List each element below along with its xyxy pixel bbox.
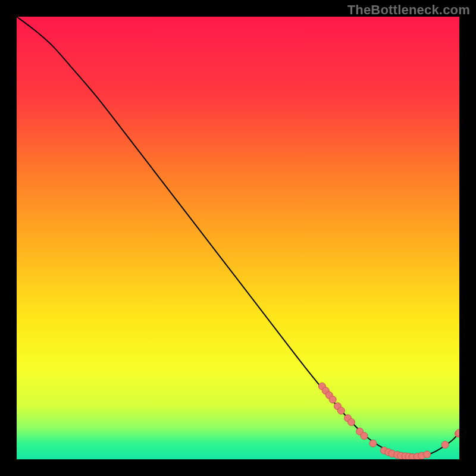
gradient-background bbox=[17, 17, 459, 459]
data-point bbox=[337, 407, 345, 414]
data-point bbox=[369, 440, 377, 447]
plot-area bbox=[17, 17, 459, 459]
data-point bbox=[361, 433, 368, 440]
data-point bbox=[441, 441, 449, 448]
data-point bbox=[347, 419, 355, 426]
data-point bbox=[424, 451, 431, 458]
data-point bbox=[329, 396, 336, 403]
watermark-text: TheBottleneck.com bbox=[347, 2, 470, 18]
chart-stage: TheBottleneck.com bbox=[0, 0, 476, 476]
bottleneck-chart bbox=[17, 17, 459, 459]
